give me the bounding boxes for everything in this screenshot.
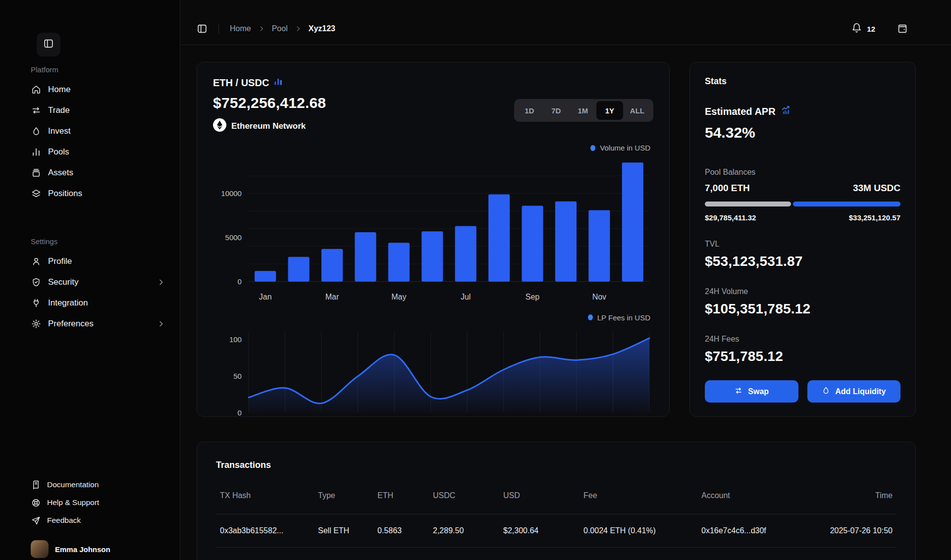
breadcrumb-home[interactable]: Home (230, 24, 251, 33)
range-1d-button[interactable]: 1D (516, 101, 543, 120)
column-header-usdc: USDC (429, 491, 499, 514)
sidebar-item-preferences[interactable]: Preferences (31, 314, 165, 334)
sidebar-item-positions[interactable]: Positions (31, 184, 165, 204)
chevron-right-icon (157, 320, 165, 328)
trending-up-chart-icon (781, 105, 791, 117)
sidebar-item-profile[interactable]: Profile (31, 252, 165, 271)
volume-24h-label: 24H Volume (705, 287, 900, 296)
legend-dot-icon (590, 145, 595, 151)
sidebar: Platform Home Trade Invest Pools Assets (0, 0, 180, 560)
legend-label: LP Fees in USD (597, 313, 650, 322)
stats-title: Stats (705, 76, 900, 87)
breadcrumb-pool[interactable]: Pool (272, 24, 288, 33)
svg-text:May: May (391, 293, 406, 301)
table-cell: $12,590.72 (499, 548, 580, 560)
chevron-right-icon (295, 25, 302, 32)
app-logo-button[interactable] (37, 33, 60, 56)
sidebar-item-feedback[interactable]: Feedback (31, 511, 165, 529)
add-liquidity-button[interactable]: Add Liquidity (807, 380, 901, 403)
svg-text:100: 100 (229, 335, 242, 343)
tvl-value: $53,123,531.87 (705, 254, 900, 269)
pool-balance-usdc: 33M USDC (853, 183, 900, 194)
lp-fees-legend: LP Fees in USD (213, 313, 650, 322)
range-1m-button[interactable]: 1M (570, 101, 596, 120)
svg-text:5000: 5000 (225, 233, 242, 242)
trade-arrows-icon (31, 105, 42, 116)
sidebar-group-platform-label: Platform (31, 65, 165, 74)
stats-card: Stats Estimated APR 54.32% Pool Balances… (689, 62, 916, 417)
table-cell: 12,533.60 (429, 548, 499, 560)
sidebar-toggle-button[interactable] (197, 23, 208, 34)
table-row[interactable]: 0x1e7a5c390...Sell ETH2.514212,533.60$12… (216, 548, 897, 560)
plug-icon (31, 298, 42, 308)
tvl-label: TVL (705, 240, 900, 249)
sidebar-item-label: Invest (48, 126, 70, 136)
topbar-actions: 12 (851, 23, 908, 35)
table-cell: 0.015 ETH (0.12%) (580, 548, 697, 560)
wallet-button[interactable] (897, 23, 908, 34)
sidebar-item-security[interactable]: Security (31, 272, 165, 292)
breadcrumb-current: Xyz123 (309, 24, 335, 33)
svg-text:Sep: Sep (526, 293, 540, 301)
notifications-count: 12 (867, 25, 875, 33)
table-cell: $2,300.64 (499, 514, 580, 548)
svg-text:0: 0 (238, 277, 242, 286)
fees-24h-value: $751,785.12 (705, 349, 900, 364)
range-all-button[interactable]: ALL (623, 101, 651, 120)
legend-dot-icon (588, 314, 593, 320)
svg-text:50: 50 (233, 371, 242, 380)
sidebar-item-home[interactable]: Home (31, 80, 165, 100)
swap-icon (734, 386, 743, 397)
transactions-table-body: 0x3ab3b615582...Sell ETH0.58632,289.50$2… (216, 514, 897, 560)
notifications-button[interactable]: 12 (851, 23, 875, 35)
mini-bar-chart-icon (274, 78, 282, 88)
apr-value: 54.32% (705, 124, 900, 141)
sidebar-item-documentation[interactable]: Documentation (31, 476, 165, 494)
svg-text:Jul: Jul (461, 293, 471, 301)
range-1y-button[interactable]: 1Y (596, 101, 623, 120)
pool-balance-usdc-usd: $33,251,120.57 (849, 213, 900, 222)
transactions-table: TX HashTypeETHUSDCUSDFeeAccountTime 0x3a… (216, 491, 897, 560)
network-name: Ethereum Network (231, 121, 306, 131)
swap-button[interactable]: Swap (705, 380, 798, 403)
table-row[interactable]: 0x3ab3b615582...Sell ETH0.58632,289.50$2… (216, 514, 897, 548)
column-header-eth: ETH (373, 491, 429, 514)
sidebar-item-trade[interactable]: Trade (31, 101, 165, 120)
sidebar-item-invest[interactable]: Invest (31, 121, 165, 141)
volume-bar-chart: 0500010000JanMarMayJulSepNov (213, 156, 653, 304)
table-cell: Sell ETH (314, 514, 373, 548)
layers-icon (31, 188, 42, 199)
table-cell: 0x3ab3b615582... (216, 514, 314, 548)
shield-check-icon (31, 277, 42, 288)
table-cell: 2.5142 (373, 548, 429, 560)
pool-balance-eth: 7,000 ETH (705, 183, 750, 194)
sidebar-item-help-support[interactable]: Help & Support (31, 494, 165, 511)
sidebar-item-pools[interactable]: Pools (31, 142, 165, 162)
pool-chart-card: ETH / USDC $752,256,412.68 Ethereum Netw… (197, 62, 670, 417)
bar-chart-icon (31, 147, 42, 157)
user-menu[interactable]: Emma Johnson (31, 540, 165, 560)
svg-text:Mar: Mar (325, 293, 339, 301)
range-7d-button[interactable]: 7D (543, 101, 570, 120)
app-root: Platform Home Trade Invest Pools Assets (0, 0, 951, 560)
main-area: Home Pool Xyz123 12 (180, 0, 951, 560)
column-header-type: Type (314, 491, 373, 514)
table-cell: 0x432e8c40...9c0a (697, 548, 821, 560)
sidebar-item-assets[interactable]: Assets (31, 163, 165, 183)
sidebar-item-integration[interactable]: Integration (31, 293, 165, 313)
column-header-tx-hash: TX Hash (216, 491, 314, 514)
sidebar-item-label: Positions (48, 189, 82, 199)
user-name: Emma Johnson (55, 545, 110, 554)
pool-balance-ratio-bar (705, 202, 900, 206)
transactions-table-head: TX HashTypeETHUSDCUSDFeeAccountTime (216, 491, 897, 514)
pair-title: ETH / USDC (213, 77, 269, 89)
footer-item-label: Documentation (47, 480, 99, 489)
table-cell: Sell ETH (314, 548, 373, 560)
add-liquidity-button-label: Add Liquidity (835, 387, 886, 396)
table-cell: 0.5863 (373, 514, 429, 548)
home-icon (31, 84, 42, 95)
platform-nav: Home Trade Invest Pools Assets Positions (31, 80, 165, 204)
sidebar-item-label: Integration (48, 298, 88, 308)
svg-text:Jan: Jan (259, 293, 272, 301)
gear-icon (31, 318, 42, 329)
